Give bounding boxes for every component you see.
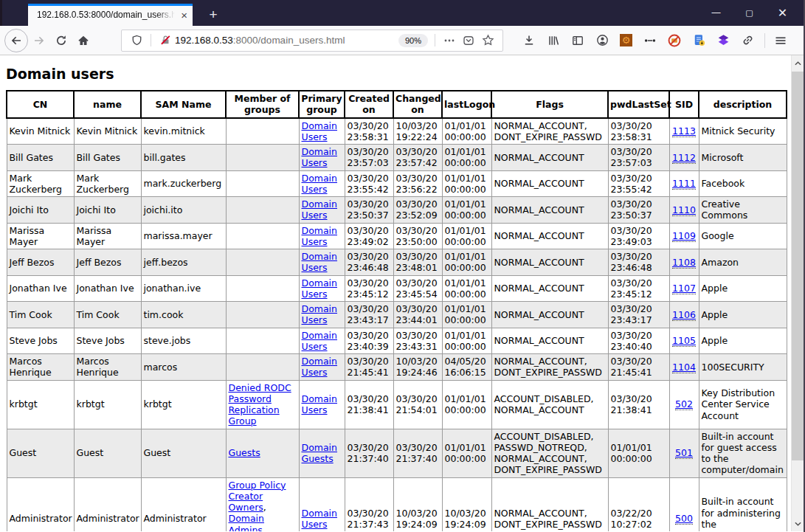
primary-group-link[interactable]: Domain Users (302, 225, 338, 247)
account-icon[interactable] (595, 34, 609, 47)
primary-group-link[interactable]: Domain Users (302, 303, 338, 325)
sid-link[interactable]: 1106 (672, 309, 696, 321)
cell-lastlogon: 01/01/01 00:00:00 (442, 302, 491, 328)
bookmark-star-icon[interactable] (478, 31, 497, 50)
sidebar-icon[interactable] (571, 34, 584, 47)
sid-link[interactable]: 1111 (672, 178, 696, 190)
cell-pwdlastset: 03/30/20 23:58:31 (608, 118, 669, 145)
pocket-icon[interactable] (459, 31, 478, 50)
cell-name: Steve Jobs (74, 328, 141, 354)
cell-pwdlastset: 01/01/01 00:00:00 (608, 429, 669, 477)
sid-link[interactable]: 502 (675, 398, 693, 410)
cell-changed: 03/30/20 23:50:00 (393, 223, 442, 249)
link-icon[interactable] (741, 34, 754, 47)
primary-group-link[interactable]: Domain Users (302, 277, 338, 300)
cell-lastlogon: 01/01/01 00:00:00 (442, 118, 491, 145)
url-bar[interactable]: 192.168.0.53:8000/domain_users.html 90% (121, 30, 503, 52)
sid-link[interactable]: 1109 (672, 230, 696, 242)
primary-group-link[interactable]: Domain Guests (302, 442, 338, 464)
menu-hamburger-icon[interactable] (774, 34, 787, 47)
cell-lastlogon: 01/01/01 00:00:00 (442, 380, 491, 429)
primary-group-link[interactable]: Domain Users (302, 393, 338, 415)
urlbar-divider (151, 34, 151, 46)
extension-purple-layers-icon[interactable] (716, 34, 730, 47)
cell-flags: NORMAL_ACCOUNT (491, 197, 608, 224)
toolbar-icons: ⚙ (522, 34, 754, 47)
page-title: Domain users (6, 66, 804, 82)
browser-tab[interactable]: 192.168.0.53:8000/domain_users.html × (28, 4, 193, 26)
table-row: Steve JobsSteve Jobssteve.jobsDomain Use… (7, 328, 787, 354)
column-header: Flags (491, 91, 608, 118)
scrollbar-thumb[interactable] (792, 72, 804, 460)
table-row: Mark ZuckerbergMark Zuckerbergmark.zucke… (7, 170, 787, 197)
sid-link[interactable]: 1113 (672, 125, 696, 137)
scroll-down-icon[interactable] (792, 517, 804, 530)
vertical-scrollbar[interactable] (791, 55, 804, 531)
cell-cn: Jonathan Ive (7, 275, 74, 302)
extension-dot-dash-icon[interactable] (643, 34, 657, 47)
window-close-icon[interactable]: ✕ (766, 0, 799, 26)
extension-blocker-icon[interactable] (668, 34, 681, 47)
cell-changed: 03/30/20 21:54:01 (393, 380, 442, 429)
primary-group-link[interactable]: Domain Users (302, 173, 338, 195)
cell-created: 03/30/20 23:50:37 (345, 197, 393, 224)
downloads-icon[interactable] (522, 34, 536, 47)
column-header: lastLogon (442, 91, 491, 118)
window-maximize-icon[interactable]: ▢ (733, 0, 766, 26)
scroll-up-icon[interactable] (792, 57, 804, 69)
primary-group-link[interactable]: Domain Users (302, 120, 338, 142)
cell-primary-group: Domain Users (299, 249, 345, 276)
home-button[interactable] (72, 30, 94, 52)
url-text[interactable]: 192.168.0.53:8000/domain_users.html (175, 35, 396, 46)
primary-group-link[interactable]: Domain Users (302, 508, 338, 530)
cell-description: Amazon (699, 249, 787, 276)
sid-link[interactable]: 1112 (672, 152, 696, 164)
insecure-connection-icon[interactable] (156, 31, 175, 50)
sid-link[interactable]: 1110 (672, 204, 696, 216)
zoom-level-badge[interactable]: 90% (398, 34, 428, 47)
new-tab-button[interactable]: + (201, 4, 225, 26)
cell-cn: Bill Gates (7, 145, 74, 171)
primary-group-link[interactable]: Domain Users (302, 146, 338, 168)
sid-link[interactable]: 1105 (672, 335, 696, 347)
titlebar: 192.168.0.53:8000/domain_users.html × + … (0, 0, 804, 26)
primary-group-link[interactable]: Domain Users (302, 330, 338, 352)
forward-button[interactable] (28, 30, 50, 52)
cell-primary-group: Domain Users (299, 328, 345, 354)
cell-flags: NORMAL_ACCOUNT (491, 275, 608, 302)
library-icon[interactable] (547, 34, 560, 47)
tracking-protection-shield-icon[interactable] (127, 31, 146, 50)
sid-link[interactable]: 1107 (672, 283, 696, 294)
primary-group-link[interactable]: Domain Users (302, 356, 338, 378)
member-group-link[interactable]: Guests (229, 447, 260, 458)
member-group-link[interactable]: Group Policy Creator Owners (229, 480, 286, 514)
cell-primary-group: Domain Users (299, 145, 345, 171)
back-button[interactable] (4, 29, 28, 52)
primary-group-link[interactable]: Domain Users (302, 251, 338, 273)
window-minimize-icon[interactable]: — (699, 0, 733, 26)
sid-link[interactable]: 500 (675, 513, 693, 525)
cell-sam: Guest (141, 429, 226, 477)
extension-document-download-icon[interactable] (692, 34, 705, 47)
cell-sid: 1105 (669, 328, 699, 354)
sid-link[interactable]: 1108 (672, 257, 696, 269)
column-header: SID (669, 91, 699, 118)
member-group-link[interactable]: Denied RODC Password Replication Group (229, 382, 291, 427)
cell-sam: Administrator (141, 477, 226, 531)
column-header: Primary group (299, 91, 345, 118)
extension-gear-icon[interactable]: ⚙ (620, 34, 632, 46)
member-group-link[interactable]: Domain Admins (229, 513, 265, 531)
sid-link[interactable]: 501 (675, 447, 693, 459)
cell-flags: NORMAL_ACCOUNT (491, 223, 608, 249)
table-row: Joichi ItoJoichi Itojoichi.itoDomain Use… (7, 197, 787, 224)
cell-member-groups: Group Policy Creator Owners, Domain Admi… (226, 477, 299, 531)
sid-link[interactable]: 1104 (672, 362, 696, 373)
page-actions-icon[interactable] (440, 31, 459, 50)
tab-close-icon[interactable]: × (181, 10, 187, 21)
primary-group-link[interactable]: Domain Users (302, 198, 338, 221)
cell-name: Marissa Mayer (74, 223, 141, 249)
reload-button[interactable] (50, 30, 72, 52)
table-row: Tim CookTim Cooktim.cookDomain Users03/3… (7, 302, 787, 328)
cell-flags: NORMAL_ACCOUNT (491, 328, 608, 354)
cell-lastlogon: 01/01/01 00:00:00 (442, 328, 491, 354)
